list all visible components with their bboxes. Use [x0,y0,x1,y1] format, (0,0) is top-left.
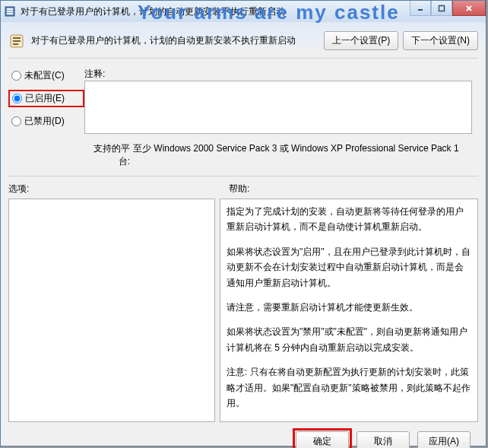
svg-rect-11 [13,43,18,45]
svg-rect-5 [439,5,445,11]
options-label: 选项: [8,183,229,195]
platform-label: 支持的平台: [84,141,130,168]
radio-not-configured-input[interactable] [11,71,21,81]
radio-disabled-input[interactable] [11,116,21,126]
radio-disabled-label: 已禁用(D) [24,115,65,128]
panels-row: 指定为了完成计划的安装，自动更新将等待任何登录的用户重新启动计算机，而不是自动使… [8,199,478,422]
radio-enabled-input[interactable] [12,94,22,103]
maximize-button[interactable] [431,1,452,16]
comment-input[interactable] [84,81,472,134]
window-controls [410,1,486,16]
prev-setting-button[interactable]: 上一个设置(P) [324,31,398,50]
help-paragraph: 如果将状态设置为"禁用"或"未配置"，则自动更新将通知用户计算机将在 5 分钟内… [227,324,471,355]
radio-disabled[interactable]: 已禁用(D) [8,113,84,129]
next-setting-button[interactable]: 下一个设置(N) [403,31,478,50]
config-area: 未配置(C) 已启用(E) 已禁用(D) 注释: 支持的平台: [8,66,478,168]
radio-enabled-label: 已启用(E) [25,92,65,105]
window-title: 对于有已登录用户的计算机，计划的自动更新安装不执行重新启动 [21,5,285,18]
comment-label: 注释: [84,66,130,81]
divider [8,176,478,176]
apply-button[interactable]: 应用(A) [417,431,471,448]
policy-dialog: 对于有已登录用户的计算机，计划的自动更新安装不执行重新启动 Your arms … [0,0,486,446]
dialog-content: 对于有已登录用户的计算机，计划的自动更新安装不执行重新启动 上一个设置(P) 下… [1,22,486,448]
radio-enabled[interactable]: 已启用(E) [8,90,84,107]
minimize-button[interactable] [410,1,431,16]
platform-value: 至少 Windows 2000 Service Pack 3 或 Windows… [130,141,478,168]
cancel-button[interactable]: 取消 [356,431,410,448]
help-paragraph: 请注意，需要重新启动计算机才能使更新生效。 [227,300,471,315]
policy-icon [8,33,25,49]
help-label: 帮助: [229,183,249,195]
svg-rect-1 [7,8,13,10]
help-paragraph: 如果将状态设置为"启用"，且在用户已登录到此计算机时，自动更新不会在计划安装过程… [227,244,471,291]
help-paragraph: 指定为了完成计划的安装，自动更新将等待任何登录的用户重新启动计算机，而不是自动使… [227,204,471,235]
help-panel: 指定为了完成计划的安装，自动更新将等待任何登录的用户重新启动计算机，而不是自动使… [220,199,478,422]
radio-group: 未配置(C) 已启用(E) 已禁用(D) [8,66,84,168]
app-icon [4,5,16,17]
radio-not-configured[interactable]: 未配置(C) [8,68,84,84]
svg-rect-3 [7,13,13,14]
header-row: 对于有已登录用户的计算机，计划的自动更新安装不执行重新启动 上一个设置(P) 下… [8,28,478,59]
close-button[interactable] [452,1,486,16]
help-paragraph: 注意: 只有在将自动更新配置为执行更新的计划安装时，此策略才适用。如果"配置自动… [227,364,471,411]
ok-button[interactable]: 确定 [296,431,349,448]
options-panel [8,199,215,422]
titlebar: 对于有已登录用户的计算机，计划的自动更新安装不执行重新启动 Your arms … [1,1,486,22]
svg-rect-2 [7,11,13,12]
radio-not-configured-label: 未配置(C) [24,69,65,82]
panel-labels: 选项: 帮助: [8,183,478,195]
svg-rect-9 [13,37,21,39]
policy-title: 对于有已登录用户的计算机，计划的自动更新安装不执行重新启动 [31,34,324,47]
footer-buttons: 确定 取消 应用(A) [8,422,478,448]
right-column: 注释: 支持的平台: 至少 Windows 2000 Service Pack … [84,66,478,168]
svg-rect-10 [13,40,21,42]
